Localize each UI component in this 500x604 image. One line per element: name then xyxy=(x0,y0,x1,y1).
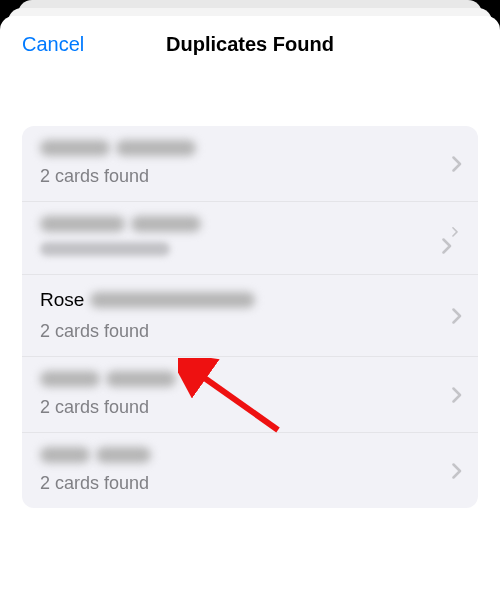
chevron-right-icon xyxy=(452,222,462,254)
contact-name xyxy=(40,371,436,387)
modal-sheet: Cancel Duplicates Found 2 cards found xyxy=(0,16,500,604)
cards-count-label: 2 cards found xyxy=(40,166,436,187)
contact-name xyxy=(40,140,436,156)
contact-name xyxy=(40,447,436,463)
duplicate-row[interactable]: 2 cards found xyxy=(22,126,478,202)
contact-name: Rose xyxy=(40,289,436,311)
cards-count-label xyxy=(40,242,436,260)
content-area: 2 cards found xyxy=(0,72,500,508)
duplicates-list: 2 cards found xyxy=(22,126,478,508)
duplicate-row[interactable]: Rose 2 cards found xyxy=(22,275,478,357)
chevron-right-icon xyxy=(452,463,462,479)
cancel-button[interactable]: Cancel xyxy=(22,33,84,56)
redacted-text xyxy=(116,140,196,156)
cards-count-label: 2 cards found xyxy=(40,321,436,342)
duplicate-row[interactable]: 2 cards found xyxy=(22,433,478,508)
chevron-right-icon xyxy=(452,387,462,403)
redacted-text xyxy=(40,216,125,232)
page-title: Duplicates Found xyxy=(166,33,334,56)
chevron-right-icon xyxy=(452,156,462,172)
nav-bar: Cancel Duplicates Found xyxy=(0,16,500,72)
chevron-right-icon xyxy=(452,308,462,324)
redacted-text xyxy=(90,292,255,308)
redacted-text xyxy=(106,371,176,387)
contact-name-visible: Rose xyxy=(40,289,84,311)
redacted-text xyxy=(40,371,100,387)
redacted-text xyxy=(96,447,151,463)
contact-name xyxy=(40,216,436,232)
redacted-text xyxy=(131,216,201,232)
duplicate-row[interactable]: 2 cards found xyxy=(22,357,478,433)
duplicate-row[interactable] xyxy=(22,202,478,275)
cards-count-label: 2 cards found xyxy=(40,397,436,418)
cards-count-label: 2 cards found xyxy=(40,473,436,494)
redacted-text xyxy=(40,447,90,463)
redacted-text xyxy=(40,140,110,156)
